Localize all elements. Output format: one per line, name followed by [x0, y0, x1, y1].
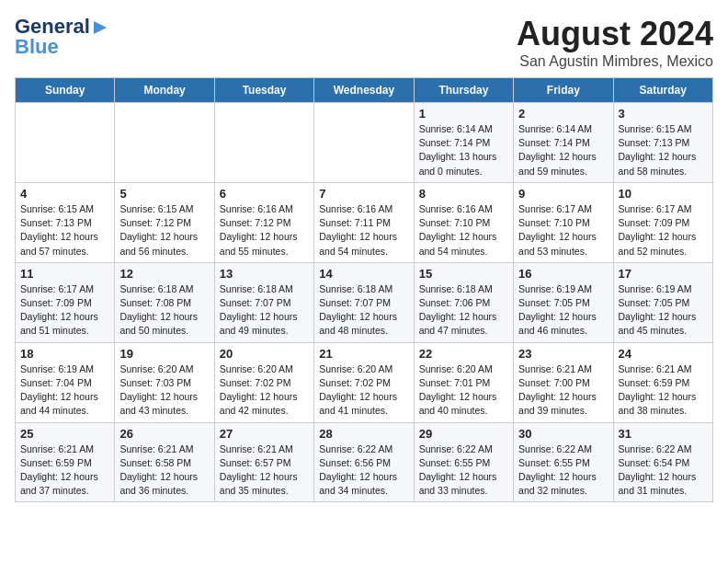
day-info: Sunrise: 6:22 AM Sunset: 6:54 PM Dayligh… [619, 442, 708, 499]
day-info: Sunrise: 6:15 AM Sunset: 7:13 PM Dayligh… [20, 202, 109, 259]
day-number: 28 [319, 427, 408, 441]
day-number: 24 [619, 347, 708, 361]
day-number: 7 [319, 187, 408, 201]
day-number: 5 [119, 187, 209, 201]
calendar-header-row: SundayMondayTuesdayWednesdayThursdayFrid… [16, 78, 713, 103]
day-info: Sunrise: 6:18 AM Sunset: 7:08 PM Dayligh… [119, 282, 209, 339]
calendar-cell [16, 103, 115, 183]
day-info: Sunrise: 6:17 AM Sunset: 7:09 PM Dayligh… [20, 282, 109, 339]
day-number: 11 [20, 267, 109, 281]
day-number: 29 [419, 427, 508, 441]
calendar-cell: 12Sunrise: 6:18 AM Sunset: 7:08 PM Dayli… [115, 262, 214, 342]
day-info: Sunrise: 6:18 AM Sunset: 7:07 PM Dayligh… [319, 282, 408, 339]
calendar-cell: 30Sunrise: 6:22 AM Sunset: 6:55 PM Dayli… [514, 422, 613, 502]
weekday-header-saturday: Saturday [613, 78, 712, 103]
calendar-cell: 25Sunrise: 6:21 AM Sunset: 6:59 PM Dayli… [16, 422, 115, 502]
calendar-week-3: 11Sunrise: 6:17 AM Sunset: 7:09 PM Dayli… [16, 262, 713, 342]
day-info: Sunrise: 6:19 AM Sunset: 7:05 PM Dayligh… [518, 282, 608, 339]
day-number: 12 [119, 267, 209, 281]
day-info: Sunrise: 6:17 AM Sunset: 7:10 PM Dayligh… [518, 202, 608, 259]
calendar-cell: 9Sunrise: 6:17 AM Sunset: 7:10 PM Daylig… [514, 182, 613, 262]
day-info: Sunrise: 6:18 AM Sunset: 7:06 PM Dayligh… [419, 282, 508, 339]
day-number: 21 [319, 347, 408, 361]
calendar-cell [314, 103, 414, 183]
day-number: 18 [20, 347, 109, 361]
calendar-cell: 19Sunrise: 6:20 AM Sunset: 7:03 PM Dayli… [115, 342, 214, 422]
calendar-cell: 15Sunrise: 6:18 AM Sunset: 7:06 PM Dayli… [414, 262, 513, 342]
calendar-cell: 14Sunrise: 6:18 AM Sunset: 7:07 PM Dayli… [314, 262, 414, 342]
logo-arrow-icon [92, 19, 108, 36]
day-number: 16 [518, 267, 608, 281]
day-info: Sunrise: 6:22 AM Sunset: 6:55 PM Dayligh… [419, 442, 508, 499]
day-number: 19 [119, 347, 209, 361]
day-info: Sunrise: 6:16 AM Sunset: 7:12 PM Dayligh… [220, 202, 309, 259]
day-number: 30 [518, 427, 608, 441]
calendar-cell: 31Sunrise: 6:22 AM Sunset: 6:54 PM Dayli… [613, 422, 712, 502]
day-number: 27 [220, 427, 309, 441]
day-info: Sunrise: 6:20 AM Sunset: 7:03 PM Dayligh… [119, 362, 209, 419]
day-info: Sunrise: 6:21 AM Sunset: 6:59 PM Dayligh… [619, 362, 708, 419]
calendar-subtitle: San Agustin Mimbres, Mexico [517, 53, 713, 70]
calendar-cell: 20Sunrise: 6:20 AM Sunset: 7:02 PM Dayli… [214, 342, 313, 422]
day-number: 22 [419, 347, 508, 361]
day-number: 3 [619, 107, 708, 121]
calendar-cell: 13Sunrise: 6:18 AM Sunset: 7:07 PM Dayli… [214, 262, 313, 342]
weekday-header-friday: Friday [514, 78, 613, 103]
calendar-cell: 10Sunrise: 6:17 AM Sunset: 7:09 PM Dayli… [613, 182, 712, 262]
day-info: Sunrise: 6:15 AM Sunset: 7:13 PM Dayligh… [619, 122, 708, 178]
calendar-table: SundayMondayTuesdayWednesdayThursdayFrid… [15, 77, 713, 502]
calendar-cell: 22Sunrise: 6:20 AM Sunset: 7:01 PM Dayli… [414, 342, 513, 422]
day-info: Sunrise: 6:17 AM Sunset: 7:09 PM Dayligh… [619, 202, 708, 259]
calendar-cell: 27Sunrise: 6:21 AM Sunset: 6:57 PM Dayli… [214, 422, 313, 502]
calendar-cell: 4Sunrise: 6:15 AM Sunset: 7:13 PM Daylig… [16, 182, 115, 262]
calendar-cell: 8Sunrise: 6:16 AM Sunset: 7:10 PM Daylig… [414, 182, 513, 262]
day-info: Sunrise: 6:21 AM Sunset: 6:57 PM Dayligh… [220, 442, 309, 499]
day-number: 13 [220, 267, 309, 281]
day-number: 17 [619, 267, 708, 281]
weekday-header-sunday: Sunday [16, 78, 115, 103]
day-info: Sunrise: 6:18 AM Sunset: 7:07 PM Dayligh… [220, 282, 309, 339]
calendar-cell: 29Sunrise: 6:22 AM Sunset: 6:55 PM Dayli… [414, 422, 513, 502]
day-info: Sunrise: 6:16 AM Sunset: 7:11 PM Dayligh… [319, 202, 408, 259]
calendar-cell: 6Sunrise: 6:16 AM Sunset: 7:12 PM Daylig… [214, 182, 313, 262]
calendar-cell: 3Sunrise: 6:15 AM Sunset: 7:13 PM Daylig… [613, 103, 712, 183]
day-number: 23 [518, 347, 608, 361]
calendar-cell: 26Sunrise: 6:21 AM Sunset: 6:58 PM Dayli… [115, 422, 214, 502]
day-info: Sunrise: 6:14 AM Sunset: 7:14 PM Dayligh… [518, 122, 608, 178]
day-number: 31 [619, 427, 708, 441]
calendar-cell: 28Sunrise: 6:22 AM Sunset: 6:56 PM Dayli… [314, 422, 414, 502]
calendar-week-4: 18Sunrise: 6:19 AM Sunset: 7:04 PM Dayli… [16, 342, 713, 422]
calendar-week-5: 25Sunrise: 6:21 AM Sunset: 6:59 PM Dayli… [16, 422, 713, 502]
day-number: 15 [419, 267, 508, 281]
day-number: 4 [20, 187, 109, 201]
day-number: 6 [220, 187, 309, 201]
title-block: August 2024 San Agustin Mimbres, Mexico [517, 15, 713, 70]
calendar-cell [214, 103, 313, 183]
calendar-cell: 11Sunrise: 6:17 AM Sunset: 7:09 PM Dayli… [16, 262, 115, 342]
day-number: 14 [319, 267, 408, 281]
calendar-cell: 24Sunrise: 6:21 AM Sunset: 6:59 PM Dayli… [613, 342, 712, 422]
weekday-header-thursday: Thursday [414, 78, 513, 103]
calendar-cell: 17Sunrise: 6:19 AM Sunset: 7:05 PM Dayli… [613, 262, 712, 342]
weekday-header-wednesday: Wednesday [314, 78, 414, 103]
day-info: Sunrise: 6:22 AM Sunset: 6:56 PM Dayligh… [319, 442, 408, 499]
day-number: 1 [419, 107, 508, 121]
day-info: Sunrise: 6:21 AM Sunset: 7:00 PM Dayligh… [518, 362, 608, 419]
logo-blue: Blue [15, 35, 59, 59]
calendar-cell: 5Sunrise: 6:15 AM Sunset: 7:12 PM Daylig… [115, 182, 214, 262]
svg-marker-0 [94, 21, 107, 34]
calendar-week-2: 4Sunrise: 6:15 AM Sunset: 7:13 PM Daylig… [16, 182, 713, 262]
page-header: General Blue August 2024 San Agustin Mim… [15, 15, 713, 70]
logo: General Blue [15, 15, 108, 59]
calendar-title: August 2024 [517, 15, 713, 53]
day-info: Sunrise: 6:21 AM Sunset: 6:58 PM Dayligh… [119, 442, 209, 499]
day-info: Sunrise: 6:14 AM Sunset: 7:14 PM Dayligh… [419, 122, 508, 178]
calendar-cell: 18Sunrise: 6:19 AM Sunset: 7:04 PM Dayli… [16, 342, 115, 422]
calendar-cell: 23Sunrise: 6:21 AM Sunset: 7:00 PM Dayli… [514, 342, 613, 422]
calendar-cell: 2Sunrise: 6:14 AM Sunset: 7:14 PM Daylig… [514, 103, 613, 183]
day-info: Sunrise: 6:20 AM Sunset: 7:01 PM Dayligh… [419, 362, 508, 419]
day-number: 9 [518, 187, 608, 201]
day-info: Sunrise: 6:22 AM Sunset: 6:55 PM Dayligh… [518, 442, 608, 499]
day-number: 20 [220, 347, 309, 361]
day-info: Sunrise: 6:19 AM Sunset: 7:05 PM Dayligh… [619, 282, 708, 339]
